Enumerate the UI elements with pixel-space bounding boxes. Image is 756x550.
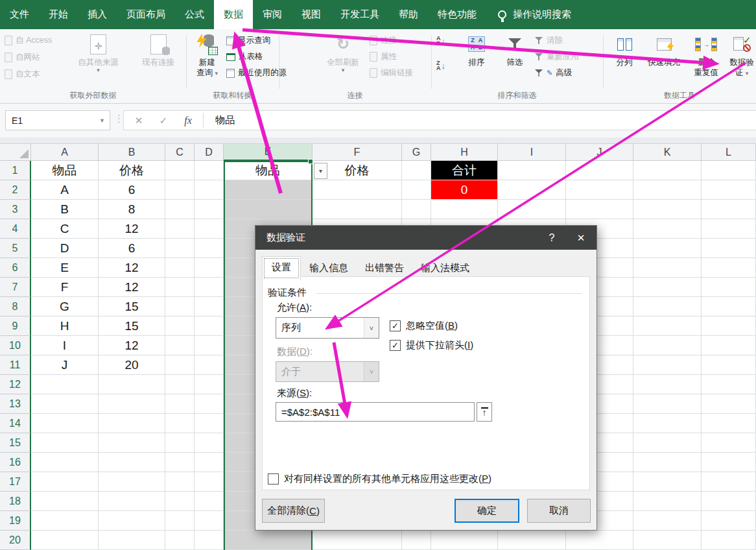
cell-K18[interactable] <box>633 492 702 511</box>
cancel-button[interactable]: ✕ <box>128 111 150 130</box>
dialog-close-button[interactable]: ✕ <box>565 226 597 250</box>
cell-D19[interactable] <box>195 511 224 531</box>
menu-tab-data[interactable]: 数据 <box>214 0 253 29</box>
menu-tab-developer[interactable]: 开发工具 <box>331 0 389 29</box>
cell-L18[interactable] <box>702 492 756 511</box>
cell-B19[interactable] <box>99 511 165 531</box>
cell-D1[interactable] <box>195 161 224 180</box>
cell-A6[interactable]: E <box>31 258 99 278</box>
column-header-L[interactable]: L <box>702 144 756 161</box>
tab-error-alert[interactable]: 出错警告 <box>357 257 412 280</box>
btn-filter[interactable]: 筛选 <box>497 32 532 67</box>
cell-J2[interactable] <box>566 180 633 200</box>
cell-L2[interactable] <box>702 180 756 200</box>
column-header-F[interactable]: F <box>313 144 402 161</box>
cell-A14[interactable] <box>31 414 99 433</box>
cell-J20[interactable] <box>566 531 633 550</box>
cell-C5[interactable] <box>165 239 195 258</box>
btn-sort[interactable]: ZAAZ 排序 <box>458 32 495 67</box>
cell-D3[interactable] <box>195 200 224 219</box>
btn-data-validation[interactable]: ✓ 数据验 证 ▾ <box>727 32 756 78</box>
column-header-E[interactable]: E <box>224 144 313 161</box>
btn-from-text[interactable]: 自文本 <box>5 69 52 80</box>
cell-A13[interactable] <box>31 394 99 414</box>
btn-from-web[interactable]: 自网站 <box>5 52 52 63</box>
cell-L9[interactable] <box>702 317 756 336</box>
cell-A16[interactable] <box>31 453 99 472</box>
row-header-10[interactable]: 10 <box>0 336 31 355</box>
cell-A11[interactable]: J <box>31 355 99 375</box>
menu-tab-view[interactable]: 视图 <box>292 0 331 29</box>
menu-tab-help[interactable]: 帮助 <box>389 0 428 29</box>
cell-K1[interactable] <box>633 161 702 180</box>
cell-K15[interactable] <box>633 433 702 453</box>
in-cell-dropdown-checkbox[interactable]: ✓ 提供下拉箭头(I) <box>390 339 473 352</box>
row-header-15[interactable]: 15 <box>0 433 31 453</box>
cell-I20[interactable] <box>498 531 566 550</box>
cell-K13[interactable] <box>633 394 702 414</box>
cell-B5[interactable]: 6 <box>99 239 165 258</box>
cell-C6[interactable] <box>165 258 195 278</box>
cell-A19[interactable] <box>31 511 99 531</box>
tab-ime-mode[interactable]: 输入法模式 <box>412 257 478 280</box>
cell-B17[interactable] <box>99 472 165 492</box>
cell-C14[interactable] <box>165 414 195 433</box>
btn-sort-descending[interactable]: ZA↓ <box>436 60 445 71</box>
menu-tab-home[interactable]: 开始 <box>39 0 78 29</box>
cell-A5[interactable]: D <box>31 239 99 258</box>
cell-A10[interactable]: I <box>31 336 99 355</box>
cell-B4[interactable]: 12 <box>99 219 165 239</box>
tab-settings[interactable]: 设置 <box>262 256 301 280</box>
allow-combobox[interactable]: 序列 ˅ <box>276 317 379 339</box>
cell-B8[interactable]: 15 <box>99 297 165 317</box>
column-header-H[interactable]: H <box>431 144 498 161</box>
cell-A20[interactable] <box>31 531 99 550</box>
cell-C10[interactable] <box>165 336 195 355</box>
cell-B16[interactable] <box>99 453 165 472</box>
btn-advanced-filter[interactable]: ✎高级 <box>535 67 579 78</box>
cell-A4[interactable]: C <box>31 219 99 239</box>
cell-A17[interactable] <box>31 472 99 492</box>
cell-C20[interactable] <box>165 531 195 550</box>
btn-edit-links[interactable]: 编辑链接 <box>370 67 413 78</box>
cell-C12[interactable] <box>165 375 195 394</box>
cell-D17[interactable] <box>195 472 224 492</box>
cell-C9[interactable] <box>165 317 195 336</box>
cell-L20[interactable] <box>702 531 756 550</box>
cell-D15[interactable] <box>195 433 224 453</box>
column-header-B[interactable]: B <box>99 144 165 161</box>
cell-K16[interactable] <box>633 453 702 472</box>
cell-A12[interactable] <box>31 375 99 394</box>
menu-tab-review[interactable]: 审阅 <box>253 0 292 29</box>
cell-A18[interactable] <box>31 492 99 511</box>
cell-K17[interactable] <box>633 472 702 492</box>
row-header-16[interactable]: 16 <box>0 453 31 472</box>
btn-show-queries[interactable]: 显示查询 <box>226 35 287 46</box>
cell-D14[interactable] <box>195 414 224 433</box>
cell-B1[interactable]: 价格 <box>99 161 165 180</box>
cell-K20[interactable] <box>633 531 702 550</box>
cell-E20[interactable] <box>224 531 313 550</box>
cell-G3[interactable] <box>402 200 431 219</box>
cell-J1[interactable] <box>566 161 633 180</box>
menu-tab-page-layout[interactable]: 页面布局 <box>117 0 175 29</box>
cell-A9[interactable]: H <box>31 317 99 336</box>
cell-L3[interactable] <box>702 200 756 219</box>
btn-sort-ascending[interactable]: AZ↓ <box>436 36 445 46</box>
btn-from-other-sources[interactable]: ✛ 自其他来源▾ <box>67 32 129 73</box>
cell-B7[interactable]: 12 <box>99 278 165 297</box>
cell-L15[interactable] <box>702 433 756 453</box>
cell-L17[interactable] <box>702 472 756 492</box>
cell-B2[interactable]: 6 <box>99 180 165 200</box>
cell-L11[interactable] <box>702 355 756 375</box>
cell-B13[interactable] <box>99 394 165 414</box>
cell-L14[interactable] <box>702 414 756 433</box>
cell-D2[interactable] <box>195 180 224 200</box>
cell-L19[interactable] <box>702 511 756 531</box>
checkbox-icon[interactable]: ✓ <box>390 320 401 331</box>
cell-A2[interactable]: A <box>31 180 99 200</box>
btn-reapply[interactable]: 重新应用 <box>535 51 579 62</box>
cell-K2[interactable] <box>633 180 702 200</box>
cell-C1[interactable] <box>165 161 195 180</box>
dialog-help-button[interactable]: ? <box>538 226 565 250</box>
